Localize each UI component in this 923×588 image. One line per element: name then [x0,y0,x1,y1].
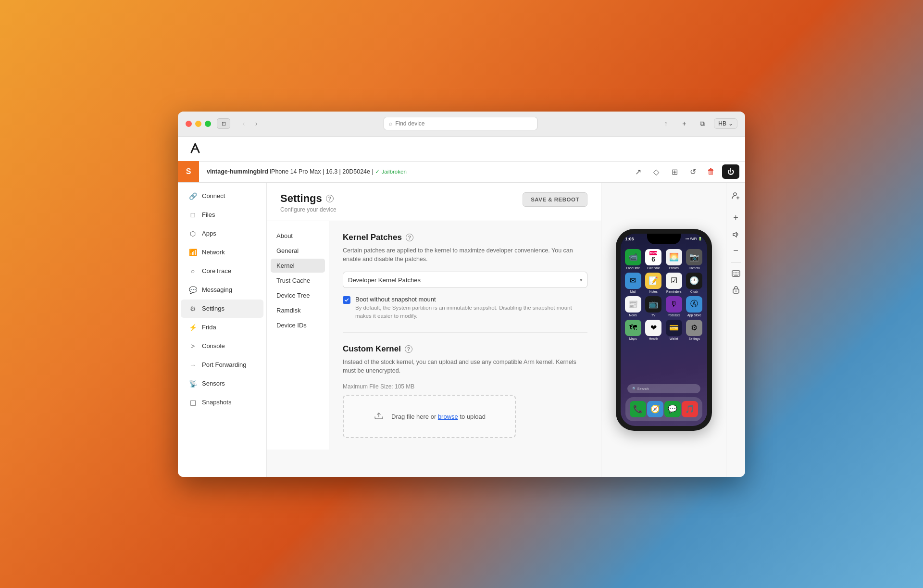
sidebar-item-label: Network [202,249,225,256]
settings-help-icon[interactable]: ? [326,195,334,202]
settings-nav-ramdisk[interactable]: Ramdisk [271,303,325,317]
settings-content: Kernel Patches ? Certain patches are app… [329,221,601,450]
sidebar-item-label: Files [202,211,215,218]
sidebar-item-files[interactable]: □ Files [181,206,263,224]
volume-button[interactable] [729,227,743,242]
tag-button[interactable]: ◇ [649,164,663,179]
save-reboot-button[interactable]: SAVE & REBOOT [523,192,587,207]
frida-icon: ⚡ [188,324,197,331]
settings-nav: About General Kernel Trust Cache Device … [267,221,329,450]
sidebar-item-sensors[interactable]: 📡 Sensors [181,375,263,393]
sidebar-toggle-icon: ⊡ [222,121,226,127]
delete-button[interactable]: 🗑 [704,164,718,179]
person-add-button[interactable] [729,188,743,203]
zoom-in-icon: + [733,213,738,223]
kernel-patches-help-icon[interactable]: ? [406,234,413,241]
phone-settings-icon: ⚙ [686,320,702,336]
grid-button[interactable]: ⊞ [667,164,682,179]
forward-icon: › [255,120,258,127]
sidebar-item-coretrace[interactable]: ○ CoreTrace [181,262,263,280]
browse-label[interactable]: browse [438,413,458,420]
refresh-button[interactable]: ↺ [686,164,700,179]
keyboard-button[interactable] [729,266,743,281]
nav-arrows: ‹ › [238,118,262,129]
sidebar-item-label: Apps [202,230,216,237]
appstore-icon: Ⓐ [686,296,702,313]
battery-icon: 🔋 [698,237,702,241]
settings-nav-about[interactable]: About [271,229,325,243]
forward-button[interactable]: › [250,118,262,129]
notes-icon: 📝 [645,273,661,289]
sensors-icon: 📡 [188,380,197,388]
kernel-patches-dropdown[interactable]: Developer Kernel Patches Minimal Patches… [343,272,587,288]
phone-app-notes: 📝 Notes [645,273,662,293]
camera-icon: 📷 [686,249,702,265]
sidebar-toggle-button[interactable]: ⊡ [217,118,230,129]
sidebar-item-label: Frida [202,324,216,331]
phone-search-bar: 🔍 Search [627,384,700,393]
mail-icon: ✉ [625,273,641,289]
custom-kernel-desc: Instead of the stock kernel, you can upl… [343,358,587,376]
search-input[interactable] [395,120,532,127]
phone-screen: 1:06 ▪▪▪ WiFi 🔋 📹 [621,234,707,426]
back-button[interactable]: ‹ [238,118,249,129]
sidebar-item-frida[interactable]: ⚡ Frida [181,318,263,337]
copy-button[interactable]: ⧉ [696,118,709,129]
health-icon: ❤ [645,320,661,336]
phone-app-mail: ✉ Mail [624,273,642,293]
settings-nav-device-ids[interactable]: Device IDs [271,318,325,332]
sidebar-item-label: Sensors [202,380,225,387]
tv-label: TV [651,313,655,317]
maximize-button[interactable] [205,121,211,127]
sidebar-item-network[interactable]: 📶 Network [181,243,263,262]
sidebar-item-apps[interactable]: ⬡ Apps [181,225,263,243]
settings-nav-device-tree[interactable]: Device Tree [271,288,325,302]
phone-app-camera: 📷 Camera [686,249,703,270]
snapshot-mount-label: Boot without snapshot mount [355,296,587,303]
snapshot-mount-checkbox[interactable] [343,296,350,304]
sidebar-item-snapshots[interactable]: ◫ Snapshots [181,393,263,412]
sidebar-item-connect[interactable]: 🔗 Connect [181,187,263,205]
device-indicator: S [178,161,199,182]
sidebar-item-messaging[interactable]: 💬 Messaging [181,281,263,299]
settings-nav-trust-cache[interactable]: Trust Cache [271,274,325,288]
snapshots-icon: ◫ [188,399,197,406]
sidebar-item-console[interactable]: > Console [181,337,263,355]
maps-icon: 🗺 [625,320,641,336]
camera-label: Camera [689,266,700,270]
search-icon: ⌕ [389,120,392,127]
traffic-lights [186,121,211,127]
phone-app-clock: 🕐 Clock [686,273,703,293]
svg-point-0 [734,193,736,196]
user-badge[interactable]: HB ⌄ [714,118,737,129]
power-button[interactable]: ⏻ [722,164,739,179]
search-box[interactable]: ⌕ [384,117,537,130]
back-icon: ‹ [243,120,245,127]
share-button[interactable]: ↑ [659,118,673,129]
custom-kernel-help-icon[interactable]: ? [405,345,412,353]
zoom-out-button[interactable]: − [729,244,743,258]
phone-wallpaper: 1:06 ▪▪▪ WiFi 🔋 📹 [621,234,707,426]
settings-title: Settings ? [280,192,337,205]
settings-nav-general[interactable]: General [271,244,325,258]
add-button[interactable]: + [677,118,691,129]
phone-app-news: 📰 News [624,296,642,317]
close-button[interactable] [186,121,192,127]
file-upload-area[interactable]: Drag file here or browse to upload [343,395,516,438]
wallet-label: Wallet [670,337,678,340]
custom-kernel-title: Custom Kernel ? [343,344,587,354]
minimize-button[interactable] [195,121,201,127]
sidebar: 🔗 Connect □ Files ⬡ Apps 📶 Network ○ Cor… [178,183,267,477]
device-indicator-letter: S [186,167,191,176]
sidebar-item-settings[interactable]: ⚙ Settings [181,300,263,318]
svg-point-3 [735,290,736,291]
zoom-in-button[interactable]: + [729,211,743,225]
sidebar-item-port-forwarding[interactable]: → Port Forwarding [181,356,263,374]
settings-nav-kernel[interactable]: Kernel [271,259,325,273]
facetime-label: FaceTime [626,266,640,270]
tool-divider-2 [731,262,741,263]
external-link-button[interactable]: ↗ [631,164,645,179]
lock-button[interactable] [729,283,743,297]
calendar-icon: MON 6 [645,249,661,265]
svg-rect-1 [732,271,740,276]
